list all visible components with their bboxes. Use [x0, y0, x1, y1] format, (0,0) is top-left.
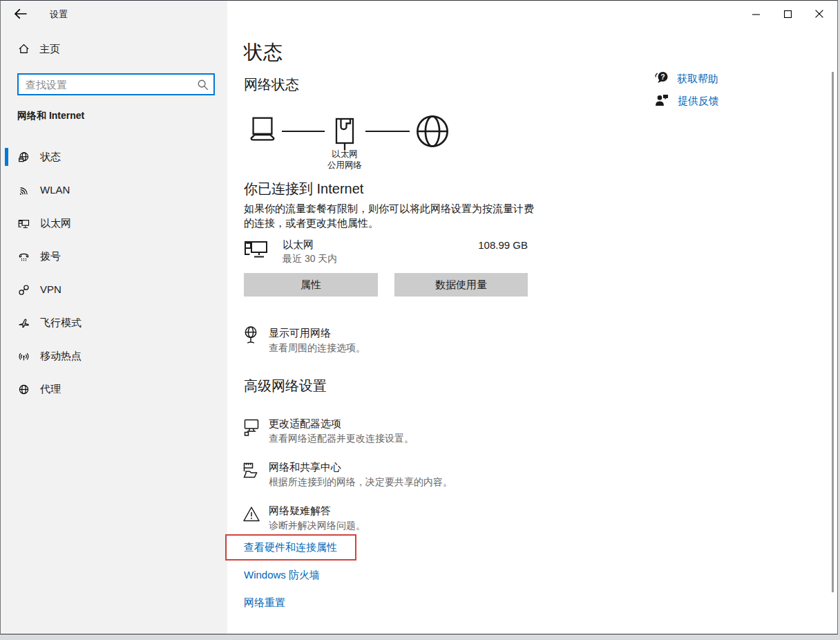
show-networks-description: 查看周围的连接选项。 — [269, 342, 365, 355]
page-title: 状态 — [244, 39, 283, 66]
sidebar-nav: 状态 WLAN — [1, 140, 227, 406]
sidebar-item-dialup[interactable]: 拨号 — [1, 240, 227, 273]
get-help-label: 获取帮助 — [677, 73, 718, 86]
globe-network-icon — [18, 151, 30, 166]
sidebar-item-home[interactable]: 主页 — [1, 41, 227, 64]
advanced-item-title: 网络和共享中心 — [269, 461, 341, 474]
properties-button[interactable]: 属性 — [244, 273, 378, 297]
advanced-item-title: 更改适配器选项 — [269, 417, 341, 431]
usage-connection-name: 以太网 — [283, 238, 314, 252]
diagram-connection-name: 以太网 — [303, 149, 386, 160]
sidebar-item-label: 以太网 — [40, 207, 71, 240]
search-icon[interactable] — [197, 79, 209, 93]
sidebar-item-label: 状态 — [40, 140, 61, 173]
scrollbar-thumb[interactable] — [832, 72, 834, 592]
sidebar-item-mobile-hotspot[interactable]: 移动热点 — [1, 339, 227, 373]
connected-heading: 你已连接到 Internet — [244, 180, 363, 198]
sharing-icon — [242, 461, 260, 484]
link-network-reset[interactable]: 网络重置 — [244, 596, 285, 610]
dialup-icon — [18, 251, 30, 265]
advanced-item-description: 根据所连接到的网络，决定要共享的内容。 — [269, 476, 452, 489]
adapter-icon — [242, 417, 260, 441]
settings-window: 设置 主页 网络和 Internet — [0, 0, 838, 634]
hotspot-icon — [18, 350, 30, 365]
minimize-button[interactable] — [740, 1, 772, 27]
sidebar-item-label: 拨号 — [40, 240, 61, 273]
main-content: 状态 网络状态 以太网 公用网络 你 — [227, 1, 838, 634]
sidebar-item-label: VPN — [40, 273, 61, 306]
close-icon — [815, 10, 823, 18]
sidebar-item-airplane-mode[interactable]: 飞行模式 — [1, 306, 227, 339]
maximize-icon — [784, 10, 792, 18]
search-input[interactable] — [19, 75, 213, 94]
warning-icon — [242, 505, 260, 527]
sidebar-item-ethernet[interactable]: 以太网 — [1, 207, 227, 240]
connection-line — [282, 131, 325, 132]
show-networks-title: 显示可用网络 — [269, 327, 331, 340]
sidebar: 设置 主页 网络和 Internet — [1, 1, 227, 634]
advanced-item-title: 网络疑难解答 — [269, 505, 331, 518]
link-windows-firewall[interactable]: Windows 防火墙 — [244, 569, 320, 582]
svg-text:?: ? — [660, 73, 665, 81]
sidebar-item-label: WLAN — [40, 173, 70, 207]
maximize-button[interactable] — [772, 1, 803, 27]
feedback-label: 提供反馈 — [678, 95, 719, 108]
get-help-link[interactable]: ? 获取帮助 — [654, 71, 730, 86]
advanced-heading: 高级网络设置 — [244, 377, 327, 395]
minimize-icon — [752, 10, 760, 18]
feedback-icon — [655, 93, 669, 110]
sidebar-item-label: 移动热点 — [40, 339, 82, 373]
usage-period: 最近 30 天内 — [283, 253, 337, 265]
sidebar-item-proxy[interactable]: 代理 — [1, 373, 227, 406]
sidebar-item-vpn[interactable]: VPN — [1, 273, 227, 306]
data-usage-button[interactable]: 数据使用量 — [394, 273, 528, 297]
link-hardware-connection-properties[interactable]: 查看硬件和连接属性 — [244, 541, 337, 554]
wifi-icon — [18, 185, 30, 199]
available-networks-icon — [242, 326, 259, 349]
proxy-icon — [18, 384, 30, 398]
usage-amount: 108.99 GB — [417, 239, 528, 251]
internet-globe-icon — [415, 113, 450, 152]
ethernet-icon — [18, 218, 30, 232]
sidebar-section-label: 网络和 Internet — [17, 110, 84, 122]
advanced-item-description: 查看网络适配器并更改连接设置。 — [269, 433, 414, 445]
feedback-link[interactable]: 提供反馈 — [655, 93, 731, 109]
advanced-item-description: 诊断并解决网络问题。 — [269, 520, 365, 532]
sidebar-item-label: 飞行模式 — [40, 306, 82, 339]
sidebar-item-status[interactable]: 状态 — [1, 140, 227, 173]
diagram-network-type: 公用网络 — [303, 160, 386, 171]
selected-accent-bar — [5, 148, 8, 166]
network-status-heading: 网络状态 — [244, 75, 299, 94]
connection-line — [365, 131, 410, 132]
help-bubble-icon: ? — [654, 71, 669, 88]
sidebar-item-wlan[interactable]: WLAN — [1, 173, 227, 207]
titlebar — [1, 1, 837, 28]
sidebar-item-label: 代理 — [40, 373, 61, 406]
home-label: 主页 — [39, 43, 60, 56]
airplane-icon — [18, 317, 30, 332]
connected-description: 如果你的流量套餐有限制，则你可以将此网络设置为按流量计费的连接，或者更改其他属性… — [244, 201, 537, 230]
close-button[interactable] — [803, 1, 835, 27]
vpn-icon — [18, 284, 30, 299]
laptop-icon — [247, 115, 278, 146]
search-box — [17, 73, 215, 95]
home-icon — [18, 43, 30, 57]
ethernet-adapter-icon — [244, 238, 269, 265]
